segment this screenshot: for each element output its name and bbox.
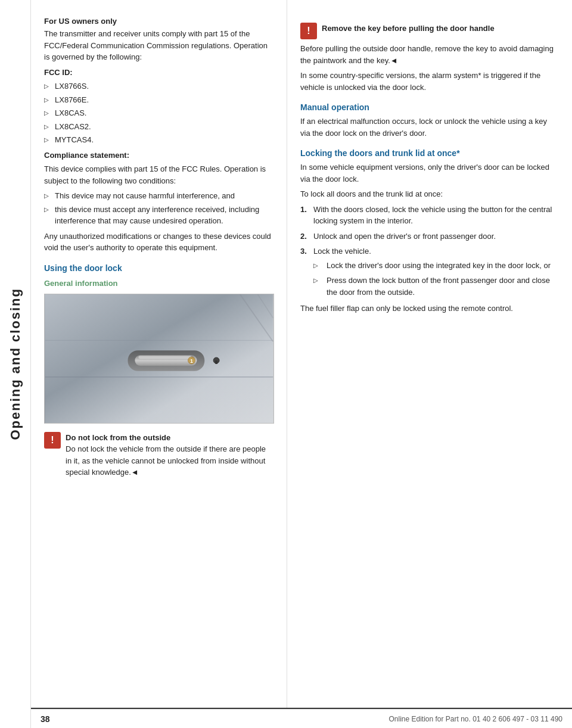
general-info-heading: General information bbox=[44, 279, 273, 288]
door-handle-svg: 1 bbox=[45, 294, 273, 423]
fcc-list: LX8766S. LX8766E. LX8CAS. LX8CAS2. MYTCA… bbox=[44, 80, 273, 146]
steps-list: 1. With the doors closed, lock the vehic… bbox=[300, 204, 559, 298]
warning-do-not-lock-text: Do not lock from the outside Do not lock… bbox=[66, 432, 273, 478]
page-number: 38 bbox=[41, 714, 50, 724]
us-heading: For US owners only bbox=[44, 17, 273, 26]
modifications-para: Any unauthorized modifications or change… bbox=[44, 231, 273, 254]
main-content: For US owners only The transmitter and r… bbox=[31, 0, 572, 728]
list-item: This device may not cause harmful interf… bbox=[44, 190, 273, 202]
sidebar-label: Opening and closing bbox=[8, 288, 23, 440]
compliance-para: This device complies with part 15 of the… bbox=[44, 163, 273, 186]
svg-text:1: 1 bbox=[190, 357, 193, 363]
list-item: LX8766E. bbox=[44, 94, 273, 106]
fcc-id-label: FCC ID: bbox=[44, 67, 273, 79]
left-column: For US owners only The transmitter and r… bbox=[31, 0, 287, 728]
list-item: this device must accept any interference… bbox=[44, 204, 273, 227]
step3-bullets: Lock the driver's door using the integra… bbox=[313, 260, 559, 298]
us-para1: The transmitter and receiver units compl… bbox=[44, 28, 273, 63]
country-para: In some country-specific versions, the a… bbox=[300, 70, 559, 93]
door-handle-image: 1 bbox=[44, 294, 274, 424]
footer-text: Online Edition for Part no. 01 40 2 606 … bbox=[388, 715, 562, 723]
sidebar: Opening and closing bbox=[0, 0, 31, 728]
svg-rect-7 bbox=[215, 360, 217, 363]
warning-do-not-lock: ! Do not lock from the outside Do not lo… bbox=[44, 432, 273, 478]
manual-heading: Manual operation bbox=[300, 102, 559, 112]
footer: 38 Online Edition for Part no. 01 40 2 6… bbox=[31, 709, 572, 728]
right-column: ! Remove the key before pulling the door… bbox=[287, 0, 572, 728]
list-item: LX8CAS. bbox=[44, 107, 273, 119]
warning-title: Do not lock from the outside bbox=[66, 433, 170, 442]
locking-para2: To lock all doors and the trunk lid at o… bbox=[300, 188, 559, 200]
warning-title-2: Remove the key before pulling the door h… bbox=[322, 24, 495, 33]
list-item: Press down the lock button of the front … bbox=[313, 275, 559, 298]
step-3: 3. Lock the vehicle. Lock the driver's d… bbox=[300, 245, 559, 298]
step-1: 1. With the doors closed, lock the vehic… bbox=[300, 204, 559, 227]
compliance-label: Compliance statement: bbox=[44, 150, 273, 161]
warning-remove-key-body: Before pulling the outside door handle, … bbox=[300, 43, 559, 66]
warning-icon-2: ! bbox=[300, 23, 317, 39]
list-item: Lock the driver's door using the integra… bbox=[313, 260, 559, 272]
locking-para1: In some vehicle equipment versions, only… bbox=[300, 161, 559, 185]
list-item: LX8CAS2. bbox=[44, 121, 273, 133]
list-item: LX8766S. bbox=[44, 80, 273, 92]
svg-rect-5 bbox=[138, 356, 191, 359]
fuel-para: The fuel filler flap can only be locked … bbox=[300, 303, 559, 315]
manual-para: If an electrical malfunction occurs, loc… bbox=[300, 116, 559, 139]
locking-heading: Locking the doors and trunk lid at once* bbox=[300, 148, 559, 158]
warning-icon: ! bbox=[44, 432, 61, 449]
warning-body: Do not lock the vehicle from the outside… bbox=[66, 444, 266, 477]
compliance-list: This device may not cause harmful interf… bbox=[44, 190, 273, 227]
step-2: 2. Unlock and open the driver's or front… bbox=[300, 231, 559, 242]
warning-remove-key-text: Remove the key before pulling the door h… bbox=[322, 23, 495, 35]
warning-remove-key: ! Remove the key before pulling the door… bbox=[300, 23, 559, 39]
door-lock-heading: Using the door lock bbox=[44, 263, 273, 273]
list-item: MYTCAS4. bbox=[44, 134, 273, 146]
